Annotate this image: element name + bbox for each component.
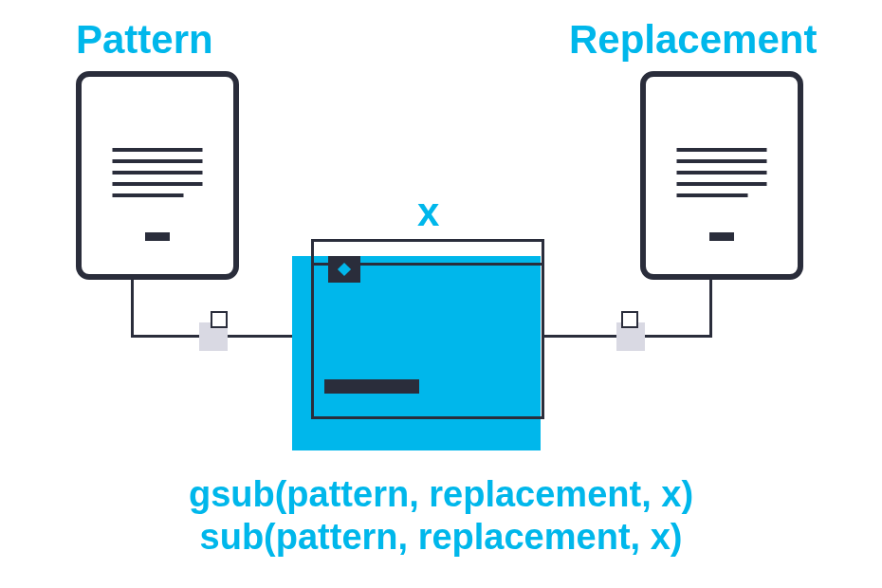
sub-caption: sub(pattern, replacement, x) [0, 517, 882, 558]
connector-node-inner-icon [211, 311, 228, 328]
x-window-content-bar [324, 379, 419, 394]
pattern-document-icon [76, 71, 239, 280]
gsub-caption: gsub(pattern, replacement, x) [0, 474, 882, 515]
document-mark-icon [709, 232, 734, 241]
window-badge-icon [328, 256, 360, 283]
pattern-label: Pattern [76, 17, 213, 63]
document-mark-icon [145, 232, 170, 241]
diagram-canvas: Pattern Replacement x gsub(p [0, 0, 882, 588]
replacement-document-icon [640, 71, 803, 280]
diamond-icon [338, 263, 351, 276]
connector-node-inner-icon [621, 311, 638, 328]
replacement-label: Replacement [569, 17, 817, 63]
connector-line [709, 280, 712, 337]
x-label: x [417, 190, 439, 235]
document-lines-icon [677, 148, 767, 205]
connector-line [131, 280, 134, 337]
document-lines-icon [113, 148, 203, 205]
